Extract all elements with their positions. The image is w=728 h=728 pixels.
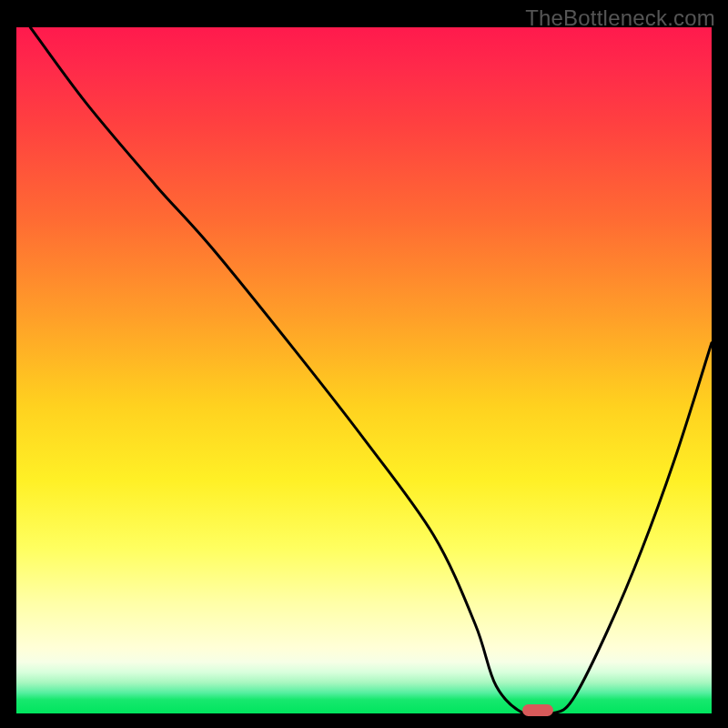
chart-frame (16, 27, 712, 713)
chart-curve (16, 27, 712, 713)
chart-marker-pill (522, 704, 553, 716)
watermark-text: TheBottleneck.com (525, 5, 715, 31)
